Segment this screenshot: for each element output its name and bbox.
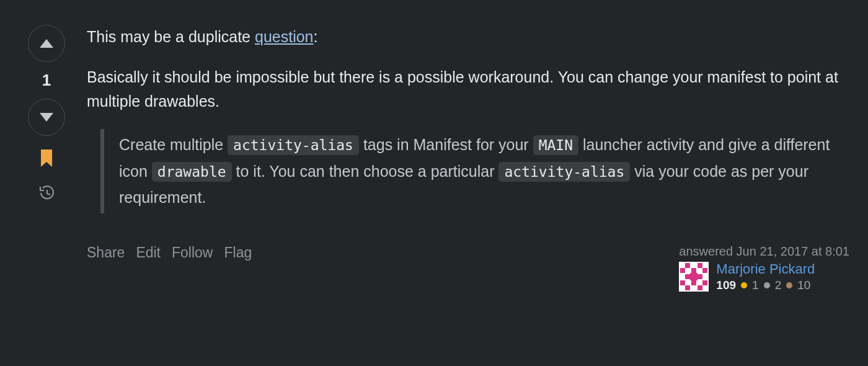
username-link[interactable]: Marjorie Pickard (716, 261, 815, 277)
svg-rect-7 (698, 274, 702, 279)
code-drawable: drawable (152, 162, 232, 182)
caret-down-icon (40, 113, 53, 122)
user-card-body: Marjorie Pickard 109 1 2 10 (679, 261, 849, 292)
intro-colon: : (314, 28, 318, 45)
vote-score: 1 (42, 67, 51, 94)
code-activity-alias-2: activity-alias (498, 162, 630, 182)
silver-badge-icon (764, 282, 770, 288)
svg-rect-2 (698, 263, 702, 268)
user-info: Marjorie Pickard 109 1 2 10 (716, 261, 815, 292)
svg-rect-6 (685, 274, 690, 279)
user-card: answered Jun 21, 2017 at 8:01 (679, 244, 849, 292)
bronze-count: 10 (797, 279, 810, 292)
quote-text: tags in Manifest for your (359, 136, 533, 153)
svg-rect-5 (702, 268, 707, 273)
intro-paragraph: This may be a duplicate question: (87, 25, 849, 49)
svg-rect-4 (691, 268, 696, 273)
bookmark-button[interactable] (34, 146, 59, 171)
follow-link[interactable]: Follow (172, 244, 213, 261)
avatar-icon (679, 262, 709, 292)
edit-link[interactable]: Edit (136, 244, 161, 261)
answer-post: 1 This may be a duplicate question: Basi… (0, 0, 868, 292)
vote-column: 1 (19, 25, 74, 292)
question-link[interactable]: question (255, 28, 314, 45)
svg-rect-8 (680, 280, 685, 285)
quote-text: Create multiple (119, 136, 228, 153)
quote-text: to it. You can then choose a particular (232, 163, 499, 180)
downvote-button[interactable] (28, 99, 65, 136)
avatar[interactable] (679, 262, 709, 292)
gold-badge-icon (741, 282, 747, 288)
blockquote: Create multiple activity-alias tags in M… (100, 129, 849, 213)
upvote-button[interactable] (28, 25, 65, 62)
svg-rect-10 (702, 280, 707, 285)
post-actions: Share Edit Follow Flag (87, 244, 252, 261)
reputation: 109 (716, 279, 736, 292)
history-icon (38, 184, 55, 202)
code-activity-alias: activity-alias (228, 135, 359, 155)
svg-rect-9 (691, 280, 696, 285)
svg-rect-1 (685, 263, 690, 268)
history-button[interactable] (34, 181, 59, 205)
svg-rect-11 (685, 285, 690, 290)
caret-up-icon (40, 39, 53, 48)
share-link[interactable]: Share (87, 244, 125, 261)
answer-body: This may be a duplicate question: Basica… (74, 25, 856, 292)
svg-rect-12 (698, 285, 702, 290)
intro-text: This may be a duplicate (87, 28, 255, 45)
post-footer: Share Edit Follow Flag answered Jun 21, … (87, 244, 849, 292)
body-paragraph: Basically it should be impossible but th… (87, 65, 849, 114)
bronze-badge-icon (786, 282, 792, 288)
gold-count: 1 (752, 279, 759, 292)
flag-link[interactable]: Flag (224, 244, 252, 261)
svg-rect-3 (680, 268, 685, 273)
answered-time: answered Jun 21, 2017 at 8:01 (679, 244, 849, 259)
svg-rect-13 (690, 273, 698, 280)
reputation-row: 109 1 2 10 (716, 279, 815, 292)
silver-count: 2 (775, 279, 782, 292)
bookmark-icon (40, 150, 53, 167)
code-main: MAIN (533, 135, 578, 155)
